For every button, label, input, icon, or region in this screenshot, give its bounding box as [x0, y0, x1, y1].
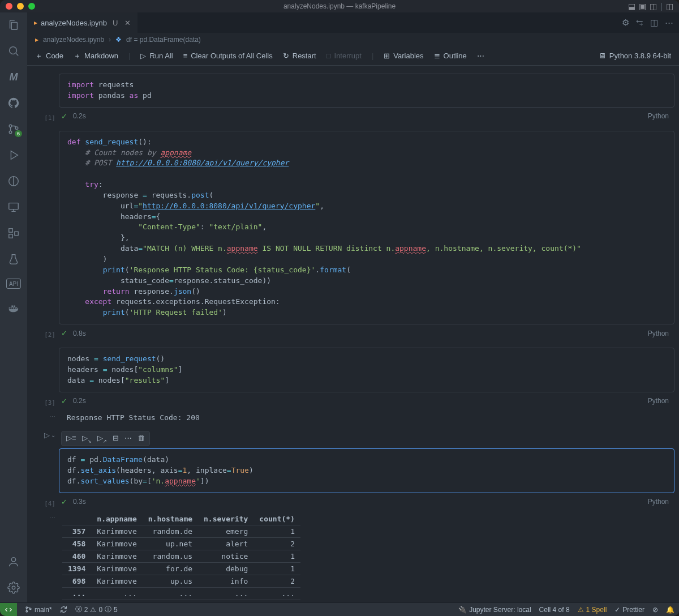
- exec-time: 0.8s: [73, 330, 86, 337]
- monogram-icon[interactable]: M: [7, 70, 20, 84]
- breadcrumb[interactable]: ▸ analyzeNodes.ipynb › ❖ df = pd.DataFra…: [27, 33, 679, 46]
- table-row: 357Karimmoverandom.deemerg1: [62, 525, 300, 537]
- notebook-icon: ▸: [34, 19, 37, 27]
- check-icon: ✓: [61, 112, 67, 121]
- interrupt-button[interactable]: □Interrupt: [326, 52, 362, 60]
- toolbar-more-icon[interactable]: ⋯: [477, 52, 484, 60]
- editor-tab[interactable]: ▸ analyzeNodes.ipynb U ✕: [27, 12, 138, 33]
- run-by-line-icon[interactable]: ▷≡: [66, 434, 76, 444]
- api-icon[interactable]: API: [6, 279, 21, 289]
- diff-icon[interactable]: ⥃: [636, 18, 643, 28]
- cell-output: Response HTTP Status Code: 200: [59, 410, 674, 425]
- run-all-button[interactable]: ▷Run All: [140, 52, 173, 60]
- add-code-button[interactable]: ＋Code: [35, 51, 63, 61]
- svg-point-2: [9, 131, 12, 134]
- code-editor[interactable]: nodes = send_request() headers = nodes["…: [59, 348, 674, 392]
- exec-time: 0.3s: [73, 498, 86, 506]
- split-editor-icon[interactable]: ◫: [650, 18, 658, 28]
- problems-button[interactable]: ⓧ2 ⚠0 ⓘ5: [75, 605, 118, 614]
- docker-icon[interactable]: [7, 301, 20, 315]
- add-markdown-button[interactable]: ＋Markdown: [74, 51, 118, 61]
- svg-point-10: [12, 586, 15, 589]
- close-tab-icon[interactable]: ✕: [124, 19, 131, 27]
- exec-count: [4]: [44, 500, 55, 507]
- check-icon: ✓: [61, 397, 67, 405]
- check-icon: ✓: [61, 329, 67, 337]
- cell-lang[interactable]: Python: [648, 498, 672, 506]
- chevron-down-icon[interactable]: ⌄: [51, 432, 55, 438]
- table-row: 460Karimmoverandom.usnotice1: [62, 550, 300, 562]
- notebook-toolbar: ＋Code ＋Markdown | ▷Run All ≡Clear Output…: [27, 46, 679, 66]
- layout-icon-1[interactable]: ⬓: [628, 2, 635, 11]
- monitor-icon[interactable]: [7, 200, 20, 214]
- testing-icon[interactable]: [7, 253, 20, 266]
- exec-time: 0.2s: [73, 397, 86, 405]
- svg-point-12: [26, 610, 28, 612]
- svg-point-11: [26, 607, 28, 609]
- split-cell-icon[interactable]: ⊟: [113, 434, 119, 444]
- outline-button[interactable]: ≣Outline: [434, 52, 467, 60]
- cell-position[interactable]: Cell 4 of 8: [539, 606, 570, 614]
- remote-button[interactable]: [0, 603, 17, 616]
- remote-explorer-icon[interactable]: [7, 174, 20, 188]
- bell-icon[interactable]: 🔔: [666, 606, 674, 614]
- table-row: 698Karimmoveup.usinfo2: [62, 575, 300, 587]
- debug-icon[interactable]: [7, 148, 20, 162]
- delete-cell-icon[interactable]: 🗑: [137, 434, 145, 444]
- explorer-icon[interactable]: [7, 18, 20, 32]
- github-icon[interactable]: [7, 96, 20, 110]
- cell-lang[interactable]: Python: [648, 112, 672, 120]
- more-cell-icon[interactable]: ⋯: [124, 434, 132, 444]
- exec-count: [3]: [44, 399, 55, 407]
- zoom-window-button[interactable]: [28, 3, 35, 10]
- notebook-icon: ▸: [35, 36, 38, 44]
- settings-gear-icon[interactable]: [7, 581, 20, 594]
- clear-outputs-button[interactable]: ≡Clear Outputs of All Cells: [183, 52, 273, 60]
- svg-point-9: [11, 558, 15, 562]
- extensions-icon[interactable]: [7, 226, 20, 240]
- table-header: n.hostname: [143, 513, 198, 525]
- layout-icon-3[interactable]: ◫: [650, 2, 657, 11]
- source-control-icon[interactable]: 6: [7, 122, 20, 136]
- jupyter-server-button[interactable]: 🔌 Jupyter Server: local: [458, 606, 531, 614]
- cell-lang[interactable]: Python: [648, 330, 672, 337]
- exec-count: [1]: [44, 114, 55, 122]
- tab-bar: ▸ analyzeNodes.ipynb U ✕ ⚙ ⥃ ◫ ⋯: [27, 12, 679, 33]
- variables-button[interactable]: ⊞Variables: [384, 52, 423, 60]
- plug-icon: 🔌: [458, 606, 467, 614]
- status-bar: main* ⓧ2 ⚠0 ⓘ5 🔌 Jupyter Server: local C…: [0, 602, 679, 616]
- feedback-icon[interactable]: ⊘: [652, 606, 658, 614]
- accounts-icon[interactable]: [7, 555, 20, 568]
- cell-lang[interactable]: Python: [648, 397, 672, 405]
- prettier-button[interactable]: ✓ Prettier: [614, 606, 644, 614]
- more-icon[interactable]: ⋯: [665, 18, 673, 28]
- gear-icon[interactable]: ⚙: [622, 18, 629, 28]
- title-bar: analyzeNodes.ipynb — kafkaPipeline ⬓ ▣ ◫…: [0, 0, 679, 12]
- svg-point-0: [10, 47, 17, 54]
- play-cell-icon[interactable]: ▷: [44, 431, 50, 439]
- code-editor[interactable]: import requests import pandas as pd: [59, 74, 674, 108]
- notebook[interactable]: import requests import pandas as pd [1] …: [27, 66, 679, 602]
- dataframe-table: n.appnamen.hostnamen.severitycount(*)357…: [62, 513, 300, 600]
- spell-check-button[interactable]: ⚠1 Spell: [578, 606, 607, 614]
- restart-button[interactable]: ↻Restart: [283, 52, 316, 60]
- search-icon[interactable]: [7, 44, 20, 58]
- table-header: count(*): [253, 513, 300, 525]
- code-editor[interactable]: def send_request(): # Count nodes by app…: [59, 131, 674, 324]
- sync-button[interactable]: [60, 606, 67, 613]
- code-cell: import requests import pandas as pd: [27, 74, 674, 108]
- dataframe-output: n.appnamen.hostnamen.severitycount(*)357…: [59, 511, 674, 602]
- layout-icon-4[interactable]: ◫: [666, 2, 673, 11]
- run-cell-icon[interactable]: ▷↘: [82, 434, 92, 444]
- run-above-icon[interactable]: ▷↗: [97, 434, 107, 444]
- code-editor[interactable]: df = pd.DataFrame(data) df.set_axis(head…: [59, 448, 674, 493]
- table-header: n.appname: [91, 513, 142, 525]
- code-cell: def send_request(): # Count nodes by app…: [27, 131, 674, 324]
- close-window-button[interactable]: [6, 3, 12, 10]
- check-icon: ✓: [614, 606, 620, 614]
- minimize-window-button[interactable]: [17, 3, 24, 10]
- layout-icon-2[interactable]: ▣: [639, 2, 646, 11]
- branch-button[interactable]: main*: [25, 606, 52, 614]
- svg-rect-5: [9, 203, 19, 209]
- interpreter-button[interactable]: 🖥 Python 3.8.9 64-bit: [599, 52, 671, 60]
